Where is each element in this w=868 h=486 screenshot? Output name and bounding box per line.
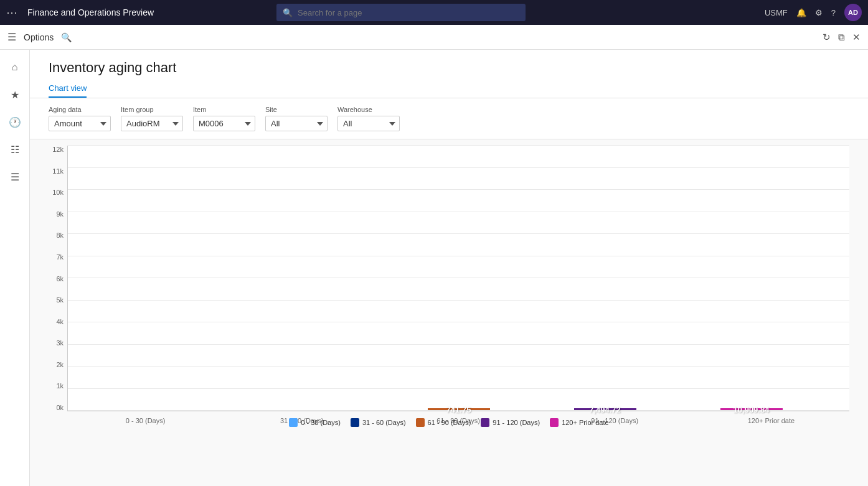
legend-label: 0 - 30 (Days) xyxy=(301,419,341,426)
aging-data-label: Aging data xyxy=(49,106,111,113)
grid-line xyxy=(68,388,849,389)
warehouse-filter: Warehouse All xyxy=(337,106,400,131)
y-axis-label: 0k xyxy=(42,404,67,411)
item-group-select[interactable]: AudioRM xyxy=(121,116,183,131)
legend-color xyxy=(416,418,425,427)
legend-color xyxy=(550,418,559,427)
user-label: USMF xyxy=(765,8,788,17)
y-axis: 0k1k2k3k4k5k6k7k8k9k10k11k12k xyxy=(42,146,67,411)
legend-item: 31 - 60 (Days) xyxy=(351,418,406,427)
legend-label: 91 - 120 (Days) xyxy=(493,419,540,426)
hamburger-icon[interactable]: ☰ xyxy=(7,31,16,43)
chart-container: 0k1k2k3k4k5k6k7k8k9k10k11k12k 741.757,49… xyxy=(42,146,856,430)
legend-label: 120+ Prior date xyxy=(562,419,609,426)
legend-item: 0 - 30 (Days) xyxy=(289,418,341,427)
sidebar-recent-icon[interactable]: 🕐 xyxy=(4,111,26,133)
secondary-search-icon[interactable]: 🔍 xyxy=(61,32,72,42)
grid-line xyxy=(68,256,849,256)
legend-color xyxy=(351,418,359,427)
bar-value-label: 10,909.84 xyxy=(734,405,770,414)
app-title: Finance and Operations Preview xyxy=(27,7,154,17)
item-label: Item xyxy=(193,106,255,113)
grid-line xyxy=(68,167,849,168)
search-icon: 🔍 xyxy=(283,8,293,17)
bar-value-label: 741.75 xyxy=(446,405,471,414)
legend-item: 61 - 90 (Days) xyxy=(416,418,471,427)
item-group-filter: Item group AudioRM xyxy=(121,106,183,131)
grid-line xyxy=(68,278,849,278)
top-right-icons: USMF 🔔 ⚙ ? AD xyxy=(765,4,862,21)
sidebar: ⌂ ★ 🕐 ☷ ☰ xyxy=(0,50,30,486)
item-select[interactable]: M0006 xyxy=(193,116,255,131)
grid-line xyxy=(68,344,849,345)
y-axis-label: 11k xyxy=(42,167,67,175)
secondary-bar: ☰ Options 🔍 ↻ ⧉ ✕ xyxy=(0,25,868,50)
notification-icon[interactable]: 🔔 xyxy=(796,8,806,17)
top-nav: ⋯ Finance and Operations Preview 🔍 USMF … xyxy=(0,0,868,25)
grid-line xyxy=(68,212,849,212)
warehouse-select[interactable]: All xyxy=(337,116,400,131)
popout-icon[interactable]: ⧉ xyxy=(838,32,845,43)
aging-data-select[interactable]: Amount xyxy=(49,116,111,131)
grid-line xyxy=(68,145,849,146)
help-icon[interactable]: ? xyxy=(831,8,836,17)
item-group-label: Item group xyxy=(121,106,183,113)
sidebar-home-icon[interactable]: ⌂ xyxy=(4,56,26,78)
site-filter: Site All xyxy=(265,106,328,131)
options-label: Options xyxy=(24,32,54,42)
y-axis-label: 5k xyxy=(42,296,67,304)
legend-label: 31 - 60 (Days) xyxy=(362,419,406,426)
sidebar-modules-icon[interactable]: ☰ xyxy=(4,166,26,188)
grid-line xyxy=(68,189,849,190)
sidebar-workspaces-icon[interactable]: ☷ xyxy=(4,138,26,161)
filter-bar: Aging data Amount Item group AudioRM Ite… xyxy=(30,98,868,139)
grid-line xyxy=(68,366,849,367)
chart-view-tab[interactable]: Chart view xyxy=(49,83,87,98)
app-grid-icon[interactable]: ⋯ xyxy=(6,6,17,19)
sidebar-favorites-icon[interactable]: ★ xyxy=(4,83,26,106)
content-area: Inventory aging chart Chart view Aging d… xyxy=(30,50,868,486)
search-bar[interactable]: 🔍 xyxy=(276,4,526,21)
chart-plot: 741.757,494.7210,909.84 xyxy=(67,146,849,411)
grid-line xyxy=(68,322,849,322)
page-title: Inventory aging chart xyxy=(49,60,849,76)
grid-line xyxy=(68,300,849,301)
y-axis-label: 2k xyxy=(42,361,67,368)
refresh-icon[interactable]: ↻ xyxy=(823,32,831,43)
y-axis-label: 7k xyxy=(42,253,67,261)
site-label: Site xyxy=(265,106,328,113)
secondary-right-actions: ↻ ⧉ ✕ xyxy=(823,32,861,43)
legend-item: 120+ Prior date xyxy=(550,418,609,427)
avatar[interactable]: AD xyxy=(844,4,862,21)
warehouse-label: Warehouse xyxy=(337,106,400,113)
bar-value-label: 7,494.72 xyxy=(589,405,621,414)
site-select[interactable]: All xyxy=(265,116,328,131)
aging-data-filter: Aging data Amount xyxy=(49,106,111,131)
close-icon[interactable]: ✕ xyxy=(852,32,861,43)
y-axis-label: 12k xyxy=(42,146,67,153)
y-axis-label: 6k xyxy=(42,275,67,283)
y-axis-label: 8k xyxy=(42,231,67,239)
y-axis-label: 4k xyxy=(42,318,67,325)
legend-item: 91 - 120 (Days) xyxy=(481,418,540,427)
y-axis-label: 1k xyxy=(42,382,67,390)
bars-wrapper: 741.757,494.7210,909.84 xyxy=(68,146,849,411)
grid-line xyxy=(68,233,849,234)
main-layout: ⌂ ★ 🕐 ☷ ☰ Inventory aging chart Chart vi… xyxy=(0,50,868,486)
chart-legend: 0 - 30 (Days)31 - 60 (Days)61 - 90 (Days… xyxy=(42,415,856,430)
page-header: Inventory aging chart Chart view xyxy=(30,50,868,98)
legend-color xyxy=(289,418,298,427)
legend-label: 61 - 90 (Days) xyxy=(428,419,471,426)
y-axis-label: 10k xyxy=(42,189,67,196)
legend-color xyxy=(481,418,489,427)
chart-area: 0k1k2k3k4k5k6k7k8k9k10k11k12k 741.757,49… xyxy=(30,139,868,486)
item-filter: Item M0006 xyxy=(193,106,255,131)
y-axis-label: 3k xyxy=(42,339,67,347)
y-axis-label: 9k xyxy=(42,210,67,218)
search-input[interactable] xyxy=(298,8,519,17)
settings-icon[interactable]: ⚙ xyxy=(815,8,823,17)
